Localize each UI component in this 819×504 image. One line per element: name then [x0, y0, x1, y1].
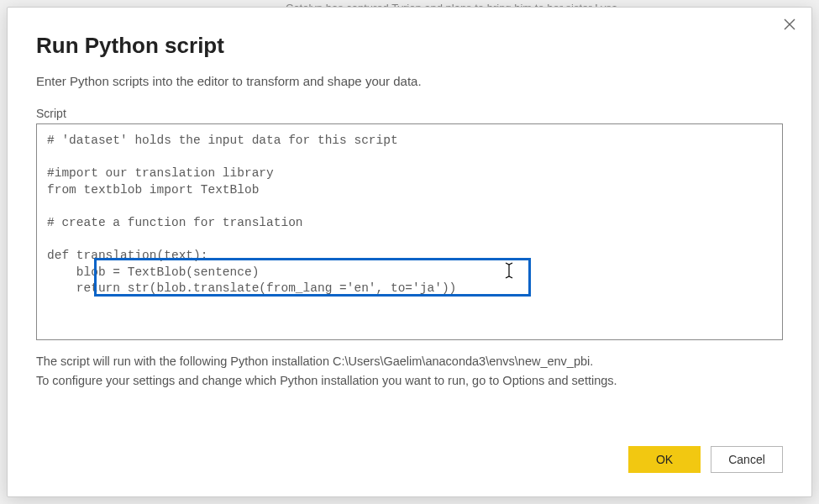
close-icon — [784, 18, 795, 34]
close-button[interactable] — [780, 16, 800, 36]
run-python-script-dialog: Run Python script Enter Python scripts i… — [7, 7, 812, 497]
cancel-button[interactable]: Cancel — [711, 446, 783, 473]
script-label: Script — [36, 107, 783, 120]
dialog-buttons: OK Cancel — [36, 446, 783, 480]
footer-info: The script will run with the following P… — [36, 352, 783, 391]
script-content: # 'dataset' holds the input data for thi… — [47, 134, 456, 295]
dialog-subtitle: Enter Python scripts into the editor to … — [36, 74, 783, 88]
text-cursor-icon — [503, 262, 515, 285]
footer-line-1: The script will run with the following P… — [36, 352, 783, 371]
dialog-title: Run Python script — [36, 33, 783, 59]
script-editor[interactable]: # 'dataset' holds the input data for thi… — [36, 123, 783, 340]
ok-button[interactable]: OK — [628, 446, 701, 473]
footer-line-2: To configure your settings and change wh… — [36, 371, 783, 391]
